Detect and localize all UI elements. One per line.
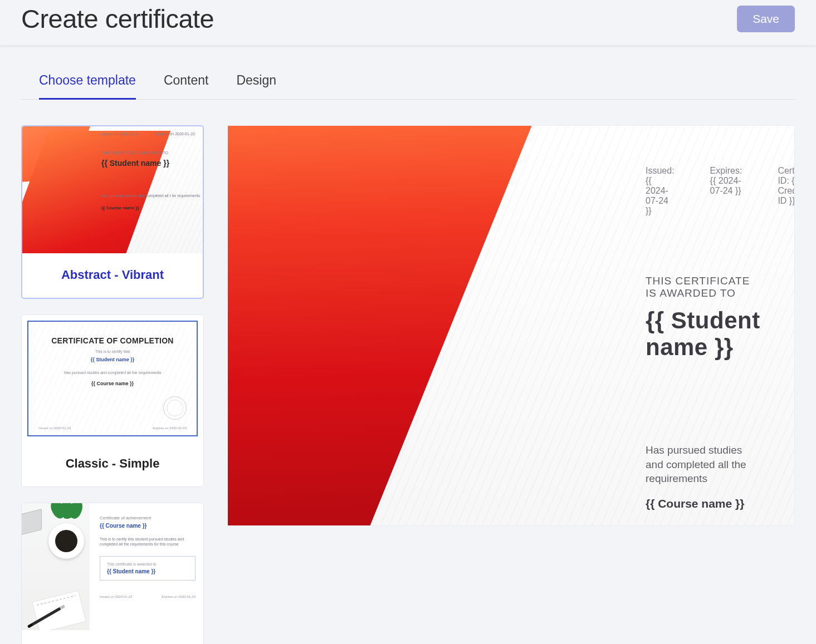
certificate-preview: Issued: {{ 2024-07-24 }} Expires: {{ 202… <box>227 125 795 526</box>
save-button[interactable]: Save <box>737 6 795 32</box>
template-label: Abstract - Vibrant <box>22 253 203 298</box>
thumb-expires: Expires on 2020-01-23 <box>162 595 196 598</box>
template-thumb: Issued on 2020-01-23 Expires on 2020-01-… <box>22 126 203 253</box>
page-title: Create certificate <box>21 3 214 34</box>
thumb-issued: Issued on 2020-01-23 <box>101 132 139 136</box>
template-thumb: Certificate of achievement {{ Course nam… <box>22 503 203 630</box>
thumb-body: Has pursued studies and completed all th… <box>28 370 197 375</box>
page-header: Create certificate Save <box>0 0 816 45</box>
tab-bar: Choose template Content Design <box>21 68 795 100</box>
seal-icon <box>163 396 187 420</box>
tab-content[interactable]: Content <box>164 68 209 100</box>
thumb-student: {{ Student name }} <box>28 357 197 362</box>
preview-body: Has pursued studies and completed all th… <box>646 443 761 486</box>
thumb-award-line: This certificate is awarded to <box>107 562 188 566</box>
preview-course: {{ Course name }} <box>646 497 761 510</box>
coffee-cup-icon <box>48 523 84 559</box>
template-card-image-left[interactable]: Certificate of achievement {{ Course nam… <box>21 503 204 644</box>
template-thumb: CERTIFICATE OF COMPLETION This is to cer… <box>22 315 203 442</box>
thumb-course: {{ Course name }} <box>101 205 139 210</box>
thumb-student: {{ Student name }} <box>101 159 169 168</box>
thumb-body: This is to certify this student pursued … <box>100 537 196 547</box>
preview-cert-id: Certificate ID: {{ Credential ID }} <box>778 166 795 216</box>
preview-student: {{ Student name }} <box>646 307 761 361</box>
thumb-title: CERTIFICATE OF COMPLETION <box>28 336 197 345</box>
preview-award-line: THIS CERTIFICATE IS AWARDED TO <box>646 275 761 299</box>
thumb-sub: This is to certify that <box>28 350 197 353</box>
preview-expires: Expires: {{ 2024-07-24 }} <box>710 166 742 216</box>
preview-issued: Issued: {{ 2024-07-24 }} <box>646 166 675 216</box>
laptop-icon <box>22 509 42 539</box>
thumb-issued: Issued on 2020-01-23 <box>100 595 132 598</box>
thumb-course: {{ Course name }} <box>28 381 197 386</box>
thumb-student: {{ Student name }} <box>107 568 188 574</box>
template-list: Issued on 2020-01-23 Expires on 2020-01-… <box>21 125 204 644</box>
plant-icon <box>52 503 87 524</box>
thumb-sub: Certificate of achievement <box>100 515 196 520</box>
tab-design[interactable]: Design <box>236 68 276 100</box>
template-label: Classic - Simple <box>22 442 203 486</box>
thumb-body: Has pursued studies and completed all t … <box>101 193 200 198</box>
thumb-course: {{ Course name }} <box>100 523 196 529</box>
tab-choose-template[interactable]: Choose template <box>39 68 136 100</box>
thumb-expires: Expires on 2020-01-23 <box>153 426 187 430</box>
thumb-issued: Issued on 2020-01-23 <box>38 426 71 430</box>
template-card-classic-simple[interactable]: CERTIFICATE OF COMPLETION This is to cer… <box>21 314 204 487</box>
template-card-abstract-vibrant[interactable]: Issued on 2020-01-23 Expires on 2020-01-… <box>21 125 204 299</box>
template-label: Image - Left <box>22 630 203 644</box>
thumb-expires: Expires on 2020-01-23 <box>155 132 195 136</box>
thumb-award-line: THIS CERTIFICATE IS AWARDED TO <box>101 151 168 155</box>
